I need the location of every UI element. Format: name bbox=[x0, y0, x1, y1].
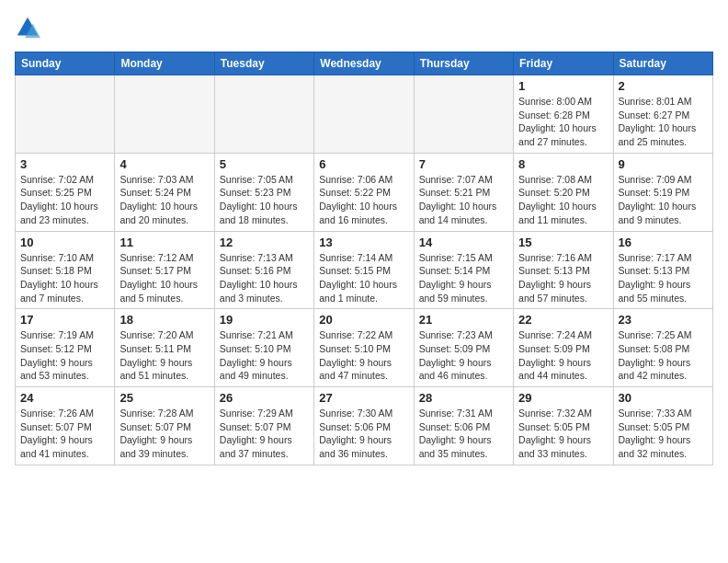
logo-icon bbox=[15, 15, 40, 40]
day-number: 23 bbox=[619, 313, 708, 327]
day-info: Sunrise: 7:16 AMSunset: 5:13 PMDaylight:… bbox=[518, 251, 608, 305]
calendar-cell: 22Sunrise: 7:24 AMSunset: 5:09 PMDayligh… bbox=[514, 309, 613, 387]
day-info: Sunrise: 8:00 AMSunset: 6:28 PMDaylight:… bbox=[518, 95, 608, 149]
day-info: Sunrise: 7:29 AMSunset: 5:07 PMDaylight:… bbox=[220, 407, 309, 461]
page-header bbox=[15, 15, 713, 40]
day-header-monday: Monday bbox=[115, 52, 214, 75]
calendar-cell bbox=[314, 75, 414, 154]
day-number: 15 bbox=[518, 236, 608, 249]
calendar-cell bbox=[115, 75, 214, 154]
day-number: 7 bbox=[419, 157, 508, 171]
calendar-cell: 10Sunrise: 7:10 AMSunset: 5:18 PMDayligh… bbox=[16, 231, 115, 309]
calendar-cell: 23Sunrise: 7:25 AMSunset: 5:08 PMDayligh… bbox=[613, 309, 712, 387]
day-info: Sunrise: 7:20 AMSunset: 5:11 PMDaylight:… bbox=[119, 328, 209, 383]
day-number: 24 bbox=[20, 391, 109, 405]
day-info: Sunrise: 7:12 AMSunset: 5:17 PMDaylight:… bbox=[119, 251, 209, 305]
day-info: Sunrise: 7:02 AMSunset: 5:25 PMDaylight:… bbox=[20, 173, 109, 227]
day-info: Sunrise: 7:33 AMSunset: 5:05 PMDaylight:… bbox=[619, 407, 708, 461]
calendar-cell: 4Sunrise: 7:03 AMSunset: 5:24 PMDaylight… bbox=[115, 153, 214, 231]
day-info: Sunrise: 7:22 AMSunset: 5:10 PMDaylight:… bbox=[319, 328, 408, 383]
day-info: Sunrise: 7:05 AMSunset: 5:23 PMDaylight:… bbox=[220, 173, 309, 227]
calendar-cell: 9Sunrise: 7:09 AMSunset: 5:19 PMDaylight… bbox=[613, 153, 712, 231]
day-info: Sunrise: 7:15 AMSunset: 5:14 PMDaylight:… bbox=[419, 251, 508, 305]
day-number: 22 bbox=[518, 313, 608, 327]
day-info: Sunrise: 7:24 AMSunset: 5:09 PMDaylight:… bbox=[518, 328, 608, 383]
calendar-cell: 13Sunrise: 7:14 AMSunset: 5:15 PMDayligh… bbox=[314, 231, 414, 309]
calendar-cell: 17Sunrise: 7:19 AMSunset: 5:12 PMDayligh… bbox=[16, 309, 115, 387]
calendar-table: SundayMondayTuesdayWednesdayThursdayFrid… bbox=[15, 52, 713, 465]
day-header-sunday: Sunday bbox=[16, 52, 115, 75]
calendar-cell: 27Sunrise: 7:30 AMSunset: 5:06 PMDayligh… bbox=[314, 387, 414, 465]
day-number: 16 bbox=[619, 236, 708, 249]
calendar-header-row: SundayMondayTuesdayWednesdayThursdayFrid… bbox=[16, 52, 713, 75]
day-info: Sunrise: 7:21 AMSunset: 5:10 PMDaylight:… bbox=[220, 328, 309, 383]
calendar-cell bbox=[16, 75, 115, 154]
calendar-cell: 30Sunrise: 7:33 AMSunset: 5:05 PMDayligh… bbox=[613, 387, 712, 465]
calendar-cell: 16Sunrise: 7:17 AMSunset: 5:13 PMDayligh… bbox=[613, 231, 712, 309]
day-info: Sunrise: 7:19 AMSunset: 5:12 PMDaylight:… bbox=[20, 328, 109, 383]
day-number: 2 bbox=[619, 79, 708, 93]
day-number: 3 bbox=[20, 157, 109, 171]
calendar-cell: 15Sunrise: 7:16 AMSunset: 5:13 PMDayligh… bbox=[514, 231, 613, 309]
calendar-cell: 20Sunrise: 7:22 AMSunset: 5:10 PMDayligh… bbox=[314, 309, 414, 387]
day-number: 17 bbox=[20, 313, 109, 327]
day-header-wednesday: Wednesday bbox=[314, 52, 414, 75]
day-info: Sunrise: 8:01 AMSunset: 6:27 PMDaylight:… bbox=[619, 95, 708, 149]
calendar-cell: 1Sunrise: 8:00 AMSunset: 6:28 PMDaylight… bbox=[514, 75, 613, 154]
day-number: 8 bbox=[518, 157, 608, 171]
day-info: Sunrise: 7:10 AMSunset: 5:18 PMDaylight:… bbox=[20, 251, 109, 305]
calendar-cell: 18Sunrise: 7:20 AMSunset: 5:11 PMDayligh… bbox=[115, 309, 214, 387]
calendar-week-row: 1Sunrise: 8:00 AMSunset: 6:28 PMDaylight… bbox=[16, 75, 713, 154]
day-number: 1 bbox=[518, 79, 608, 93]
day-number: 27 bbox=[319, 391, 408, 405]
day-info: Sunrise: 7:09 AMSunset: 5:19 PMDaylight:… bbox=[619, 173, 708, 227]
calendar-cell: 3Sunrise: 7:02 AMSunset: 5:25 PMDaylight… bbox=[16, 153, 115, 231]
calendar-cell: 25Sunrise: 7:28 AMSunset: 5:07 PMDayligh… bbox=[115, 387, 214, 465]
day-info: Sunrise: 7:14 AMSunset: 5:15 PMDaylight:… bbox=[319, 251, 408, 305]
day-number: 25 bbox=[119, 391, 209, 405]
calendar-cell: 2Sunrise: 8:01 AMSunset: 6:27 PMDaylight… bbox=[613, 75, 712, 154]
calendar-cell: 29Sunrise: 7:32 AMSunset: 5:05 PMDayligh… bbox=[514, 387, 613, 465]
calendar-cell: 5Sunrise: 7:05 AMSunset: 5:23 PMDaylight… bbox=[214, 153, 313, 231]
day-info: Sunrise: 7:28 AMSunset: 5:07 PMDaylight:… bbox=[119, 407, 209, 461]
day-number: 11 bbox=[119, 236, 209, 249]
calendar-cell: 11Sunrise: 7:12 AMSunset: 5:17 PMDayligh… bbox=[115, 231, 214, 309]
day-number: 21 bbox=[419, 313, 508, 327]
day-header-thursday: Thursday bbox=[414, 52, 513, 75]
day-header-friday: Friday bbox=[514, 52, 613, 75]
calendar-cell: 21Sunrise: 7:23 AMSunset: 5:09 PMDayligh… bbox=[414, 309, 513, 387]
day-number: 4 bbox=[119, 157, 209, 171]
day-info: Sunrise: 7:30 AMSunset: 5:06 PMDaylight:… bbox=[319, 407, 408, 461]
day-number: 10 bbox=[20, 236, 109, 249]
calendar-cell: 7Sunrise: 7:07 AMSunset: 5:21 PMDaylight… bbox=[414, 153, 513, 231]
day-number: 29 bbox=[518, 391, 608, 405]
day-info: Sunrise: 7:07 AMSunset: 5:21 PMDaylight:… bbox=[419, 173, 508, 227]
day-number: 20 bbox=[319, 313, 408, 327]
day-number: 30 bbox=[619, 391, 708, 405]
calendar-cell: 6Sunrise: 7:06 AMSunset: 5:22 PMDaylight… bbox=[314, 153, 414, 231]
day-info: Sunrise: 7:03 AMSunset: 5:24 PMDaylight:… bbox=[119, 173, 209, 227]
calendar-cell bbox=[414, 75, 513, 154]
logo bbox=[15, 15, 44, 40]
calendar-cell bbox=[214, 75, 313, 154]
day-number: 13 bbox=[319, 236, 408, 249]
calendar-cell: 24Sunrise: 7:26 AMSunset: 5:07 PMDayligh… bbox=[16, 387, 115, 465]
day-info: Sunrise: 7:31 AMSunset: 5:06 PMDaylight:… bbox=[419, 407, 508, 461]
day-number: 12 bbox=[220, 236, 309, 249]
day-number: 14 bbox=[419, 236, 508, 249]
calendar-cell: 12Sunrise: 7:13 AMSunset: 5:16 PMDayligh… bbox=[214, 231, 313, 309]
day-info: Sunrise: 7:13 AMSunset: 5:16 PMDaylight:… bbox=[220, 251, 309, 305]
day-info: Sunrise: 7:08 AMSunset: 5:20 PMDaylight:… bbox=[518, 173, 608, 227]
day-header-tuesday: Tuesday bbox=[214, 52, 313, 75]
calendar-cell: 26Sunrise: 7:29 AMSunset: 5:07 PMDayligh… bbox=[214, 387, 313, 465]
day-info: Sunrise: 7:06 AMSunset: 5:22 PMDaylight:… bbox=[319, 173, 408, 227]
calendar-week-row: 17Sunrise: 7:19 AMSunset: 5:12 PMDayligh… bbox=[16, 309, 713, 387]
calendar-week-row: 10Sunrise: 7:10 AMSunset: 5:18 PMDayligh… bbox=[16, 231, 713, 309]
day-number: 19 bbox=[220, 313, 309, 327]
day-number: 18 bbox=[119, 313, 209, 327]
calendar-week-row: 3Sunrise: 7:02 AMSunset: 5:25 PMDaylight… bbox=[16, 153, 713, 231]
calendar-cell: 8Sunrise: 7:08 AMSunset: 5:20 PMDaylight… bbox=[514, 153, 613, 231]
day-number: 28 bbox=[419, 391, 508, 405]
day-number: 26 bbox=[220, 391, 309, 405]
calendar-week-row: 24Sunrise: 7:26 AMSunset: 5:07 PMDayligh… bbox=[16, 387, 713, 465]
